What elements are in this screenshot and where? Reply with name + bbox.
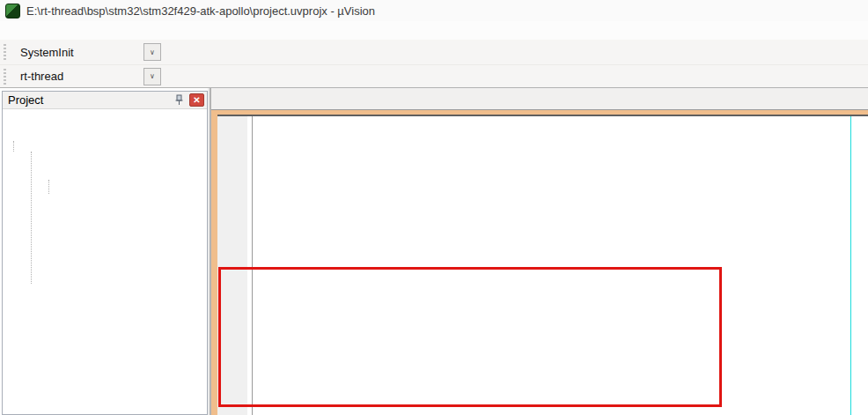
menu-bar [0, 21, 868, 40]
toolbar-build: rt-thread ∨ [0, 65, 868, 88]
target-combobox[interactable]: rt-thread [13, 68, 143, 85]
uvision-logo-icon [5, 4, 20, 19]
project-panel-header: Project ✕ [3, 92, 207, 109]
tree-guide [48, 180, 49, 194]
main-area: Project ✕ [0, 88, 868, 415]
project-tree [3, 109, 207, 115]
project-panel: Project ✕ [2, 91, 208, 415]
close-panel-button[interactable]: ✕ [189, 93, 204, 107]
toolbar-grip[interactable] [4, 69, 6, 85]
project-panel-title: Project [8, 93, 172, 107]
active-tab-band-left [211, 110, 217, 415]
tree-guide [13, 141, 14, 152]
column-ruler [850, 116, 851, 415]
tree-guide [31, 152, 32, 284]
chevron-down-icon: ∨ [150, 48, 155, 56]
editor-area [210, 88, 868, 415]
search-combobox-value: SystemInit [20, 46, 74, 59]
code-editor[interactable] [217, 116, 868, 415]
tab-strip [210, 88, 868, 110]
annotation-rectangle [218, 267, 722, 407]
search-combobox-dropdown[interactable]: ∨ [143, 43, 161, 61]
editor-left-border [210, 88, 211, 415]
target-combobox-dropdown[interactable]: ∨ [143, 68, 161, 85]
search-combobox[interactable]: SystemInit [13, 43, 143, 61]
chevron-down-icon: ∨ [150, 72, 155, 80]
toolbar-main: SystemInit ∨ [0, 40, 868, 65]
pin-icon[interactable] [172, 93, 186, 107]
toolbar-grip[interactable] [4, 44, 6, 60]
title-bar: E:\rt-thread\bsp\stm32\stm32f429-atk-apo… [0, 0, 868, 21]
target-combobox-value: rt-thread [20, 70, 63, 83]
window-title: E:\rt-thread\bsp\stm32\stm32f429-atk-apo… [26, 4, 375, 18]
